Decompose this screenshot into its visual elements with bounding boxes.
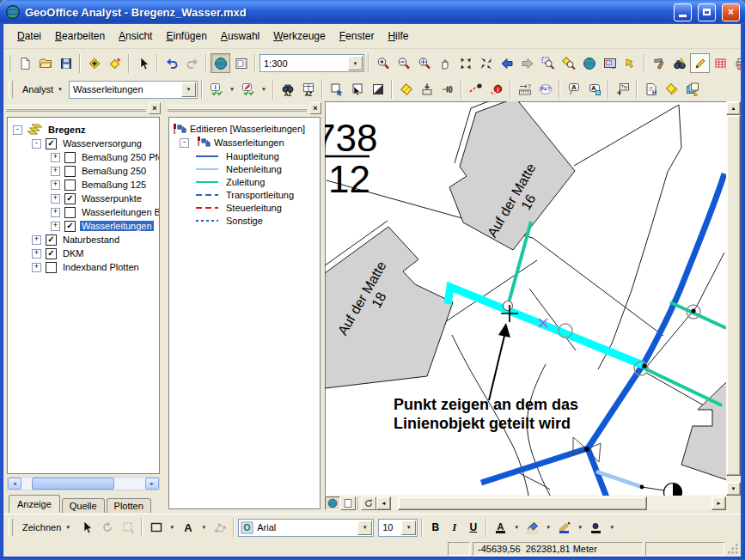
select-by-rectangle-button[interactable] (327, 80, 346, 100)
edit-vertices-button[interactable] (210, 518, 229, 538)
zoom-out-button[interactable] (394, 53, 413, 73)
visibility-checkbox[interactable] (64, 166, 76, 177)
scroll-down-button[interactable]: ▼ (726, 482, 741, 496)
layer-label[interactable]: Indexband Plotten (61, 262, 141, 272)
visibility-checkbox[interactable]: ✓ (46, 234, 57, 246)
measure-distance-button[interactable]: ? (515, 80, 534, 100)
toolbar-grip[interactable] (9, 519, 13, 536)
toc-tree[interactable]: - Bregenz-✓Wasserversorgung+Bemaßung 250… (7, 117, 160, 474)
target-layer-combo[interactable]: Wasserleitungen ▼ (69, 81, 198, 99)
visibility-checkbox[interactable]: ✓ (64, 193, 76, 204)
toc-row[interactable]: -✓Wasserversorgung (8, 137, 159, 150)
plus-expander-icon[interactable]: + (32, 235, 41, 245)
panel-grip[interactable] (6, 105, 146, 112)
edit-dropdown-icon[interactable]: ▼ (259, 80, 269, 100)
layer-label[interactable]: DKM (61, 248, 85, 259)
editor-close-button[interactable]: × (309, 102, 321, 114)
font-name-value[interactable]: Arial (253, 522, 357, 533)
menu-bearbeiten[interactable]: Bearbeiten (48, 27, 112, 45)
font-size-dropdown-icon[interactable]: ▼ (401, 520, 416, 535)
scroll-up-button[interactable]: ▲ (726, 101, 741, 115)
font-combo[interactable]: O Arial ▼ (238, 519, 374, 537)
map-horizontal-scrollbar[interactable]: ◄ ► (376, 496, 726, 510)
toc-row[interactable]: +Wasserleitungen Be (8, 205, 159, 219)
underline-button[interactable]: U (464, 518, 482, 538)
minimize-button[interactable] (674, 3, 692, 21)
toc-row[interactable]: +✓Wasserpunkte (8, 192, 159, 205)
layer-label[interactable]: Wasserleitungen (80, 221, 154, 231)
label-box-button[interactable]: A (584, 80, 604, 100)
target-layer-value[interactable]: Wasserleitungen (70, 84, 180, 94)
visibility-checkbox[interactable] (64, 152, 76, 163)
font-size-value[interactable]: 10 (379, 522, 400, 533)
rotate-graphic-button[interactable] (97, 518, 117, 538)
tab-plotten[interactable]: Plotten (107, 498, 151, 513)
visibility-checkbox[interactable] (64, 207, 76, 218)
toc-row[interactable]: +✓Naturbestand (8, 233, 159, 247)
layer-label[interactable]: Bemaßung 250 (80, 166, 148, 176)
error-inspector-button[interactable]: i (486, 80, 506, 100)
open-button[interactable] (35, 53, 55, 73)
layer-label[interactable]: Naturbestand (61, 234, 121, 245)
text-dropdown-icon[interactable]: ▼ (198, 518, 209, 538)
refresh-view-button[interactable] (361, 496, 376, 510)
legend-row[interactable]: Sonstige (169, 214, 320, 227)
history-protocol-button[interactable]: H (641, 80, 661, 100)
redo-button[interactable] (182, 53, 202, 73)
import-features-button[interactable] (417, 80, 437, 100)
plus-expander-icon[interactable]: + (51, 222, 60, 231)
layer-label[interactable]: Wasserversorgung (61, 138, 144, 149)
shape-tool-button[interactable] (146, 518, 166, 538)
fill-color-button[interactable] (522, 518, 542, 538)
legend-row[interactable]: Transportleitung (169, 188, 320, 201)
toolbar-grip[interactable] (9, 55, 10, 72)
visibility-checkbox[interactable]: ✓ (64, 221, 76, 232)
marker-color-dropdown-icon[interactable]: ▼ (607, 518, 617, 538)
edit-layer-button[interactable] (662, 80, 681, 100)
vertical-scroll-thumb[interactable] (726, 115, 741, 476)
select-features-button[interactable] (347, 80, 367, 100)
full-extent-button[interactable] (579, 53, 599, 73)
plus-expander-icon[interactable]: + (51, 167, 60, 176)
legend-row[interactable]: Nebenleitung (169, 162, 320, 175)
menu-fenster[interactable]: Fenster (333, 27, 382, 45)
select-elements-button[interactable] (133, 53, 153, 73)
line-color-button[interactable] (554, 518, 574, 538)
scale-dropdown-icon[interactable]: ▼ (348, 56, 363, 70)
scale-value[interactable]: 1:300 (260, 58, 347, 69)
layout-view-toggle-button[interactable] (340, 496, 356, 510)
layer-label[interactable]: Bregenz (46, 125, 87, 135)
toc-horizontal-scrollbar[interactable]: ◄ ► (7, 477, 160, 490)
edit-attributes-button[interactable] (238, 80, 258, 100)
horizontal-scroll-thumb[interactable] (398, 496, 647, 510)
split-line-button[interactable] (437, 80, 457, 100)
scale-combo[interactable]: 1:300 ▼ (260, 54, 364, 72)
plus-expander-icon[interactable]: + (51, 180, 60, 190)
plus-expander-icon[interactable]: + (51, 153, 60, 162)
scroll-left-button[interactable]: ◄ (8, 478, 21, 490)
font-dropdown-icon[interactable]: ▼ (357, 520, 372, 535)
zeichnen-menu-button[interactable]: Zeichnen ▼ (17, 519, 76, 536)
layer-label[interactable]: Wasserleitungen Be (80, 207, 160, 217)
pan-button[interactable] (435, 53, 455, 73)
identify-select-button[interactable] (620, 53, 640, 73)
minus-expander-icon[interactable]: - (32, 139, 41, 149)
layout-view-button[interactable] (231, 53, 251, 73)
find-az-button[interactable]: AZ (278, 80, 297, 100)
editor-legend-box[interactable]: Editieren [Wasserleitungen] - Wasserleit… (168, 117, 321, 509)
save-button[interactable] (56, 53, 76, 73)
scroll-right-button[interactable]: ► (711, 496, 726, 510)
editor-header-row[interactable]: Editieren [Wasserleitungen] (169, 122, 320, 136)
identify-info-button[interactable]: i (206, 80, 226, 100)
font-color-dropdown-icon[interactable]: ▼ (511, 518, 522, 538)
tools-button[interactable] (649, 53, 669, 73)
menu-auswahl[interactable]: Auswahl (214, 27, 266, 45)
legend-row[interactable]: Steuerleitung (169, 201, 320, 214)
legend-row[interactable]: Zuleitung (169, 175, 320, 188)
select-graphics-button[interactable] (76, 518, 96, 538)
target-layer-dropdown-icon[interactable]: ▼ (181, 82, 196, 97)
info-dropdown-icon[interactable]: ▼ (227, 80, 237, 100)
go-back-extent-button[interactable] (497, 53, 516, 73)
scroll-left-button[interactable]: ◄ (376, 496, 391, 510)
font-size-combo[interactable]: 10 ▼ (378, 519, 418, 537)
